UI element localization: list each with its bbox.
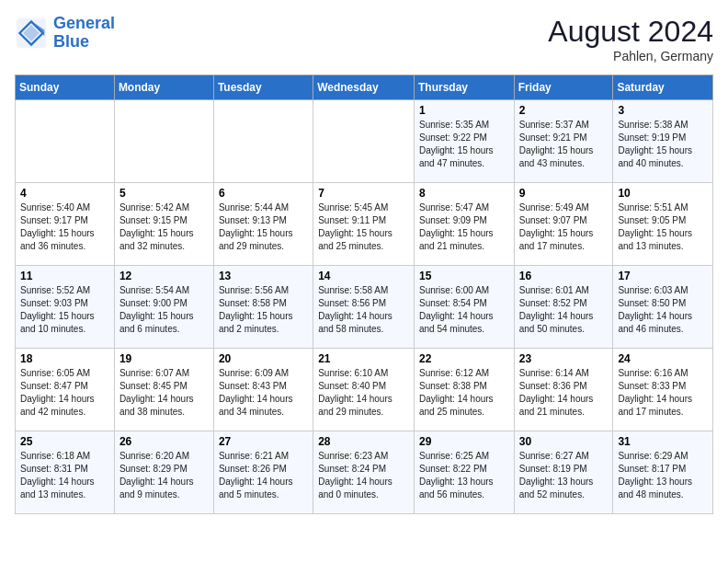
day-info: Sunrise: 6:05 AMSunset: 8:47 PMDaylight:… (20, 367, 109, 419)
day-info: Sunrise: 6:23 AMSunset: 8:24 PMDaylight:… (318, 450, 409, 501)
day-number: 26 (119, 435, 209, 448)
day-number: 19 (119, 352, 209, 365)
weekday-header-monday: Monday (114, 75, 213, 100)
calendar-week-5: 25Sunrise: 6:18 AMSunset: 8:31 PMDayligh… (16, 431, 713, 514)
calendar-cell: 12Sunrise: 5:54 AMSunset: 9:00 PMDayligh… (114, 266, 213, 349)
calendar-cell: 1Sunrise: 5:35 AMSunset: 9:22 PMDaylight… (414, 100, 514, 183)
calendar-cell (114, 100, 213, 183)
calendar-cell: 15Sunrise: 6:00 AMSunset: 8:54 PMDayligh… (414, 266, 514, 349)
day-info: Sunrise: 5:56 AMSunset: 8:58 PMDaylight:… (219, 284, 308, 336)
calendar-cell: 24Sunrise: 6:16 AMSunset: 8:33 PMDayligh… (613, 349, 713, 431)
day-info: Sunrise: 6:18 AMSunset: 8:31 PMDaylight:… (20, 450, 109, 501)
day-number: 31 (618, 435, 708, 448)
calendar-body: 1Sunrise: 5:35 AMSunset: 9:22 PMDaylight… (16, 100, 713, 514)
calendar-cell (16, 100, 115, 183)
day-number: 11 (20, 270, 109, 282)
day-info: Sunrise: 6:29 AMSunset: 8:17 PMDaylight:… (618, 450, 708, 501)
weekday-header-saturday: Saturday (613, 75, 713, 100)
calendar-cell: 30Sunrise: 6:27 AMSunset: 8:19 PMDayligh… (514, 431, 613, 514)
page-header: General Blue August 2024 Pahlen, Germany (15, 15, 713, 63)
day-info: Sunrise: 5:35 AMSunset: 9:22 PMDaylight:… (419, 119, 509, 170)
day-info: Sunrise: 5:40 AMSunset: 9:17 PMDaylight:… (20, 201, 109, 253)
calendar-cell: 13Sunrise: 5:56 AMSunset: 8:58 PMDayligh… (213, 266, 313, 349)
day-info: Sunrise: 6:03 AMSunset: 8:50 PMDaylight:… (618, 284, 708, 336)
day-info: Sunrise: 5:58 AMSunset: 8:56 PMDaylight:… (318, 284, 409, 336)
calendar-cell: 18Sunrise: 6:05 AMSunset: 8:47 PMDayligh… (16, 349, 115, 431)
weekday-header-thursday: Thursday (414, 75, 514, 100)
logo-text: General Blue (53, 15, 115, 52)
month-year: August 2024 (548, 15, 713, 49)
day-info: Sunrise: 5:51 AMSunset: 9:05 PMDaylight:… (618, 201, 708, 253)
calendar-week-1: 1Sunrise: 5:35 AMSunset: 9:22 PMDaylight… (16, 100, 713, 183)
day-number: 22 (419, 352, 509, 365)
day-number: 12 (119, 270, 209, 282)
day-number: 3 (618, 104, 708, 117)
calendar-cell (313, 100, 415, 183)
day-number: 8 (419, 187, 509, 200)
calendar-cell: 10Sunrise: 5:51 AMSunset: 9:05 PMDayligh… (613, 183, 713, 266)
day-number: 4 (20, 187, 109, 200)
calendar-cell: 2Sunrise: 5:37 AMSunset: 9:21 PMDaylight… (514, 100, 613, 183)
day-number: 27 (219, 435, 308, 448)
day-number: 16 (519, 270, 609, 282)
calendar-week-2: 4Sunrise: 5:40 AMSunset: 9:17 PMDaylight… (16, 183, 713, 266)
day-number: 2 (519, 104, 609, 117)
day-info: Sunrise: 6:20 AMSunset: 8:29 PMDaylight:… (119, 450, 209, 501)
day-number: 28 (318, 435, 409, 448)
day-info: Sunrise: 6:09 AMSunset: 8:43 PMDaylight:… (219, 367, 308, 419)
weekday-header-wednesday: Wednesday (313, 75, 415, 100)
day-info: Sunrise: 6:25 AMSunset: 8:22 PMDaylight:… (419, 450, 509, 501)
calendar-week-4: 18Sunrise: 6:05 AMSunset: 8:47 PMDayligh… (16, 349, 713, 431)
day-number: 1 (419, 104, 509, 117)
day-number: 30 (519, 435, 609, 448)
day-number: 9 (519, 187, 609, 200)
calendar-cell: 25Sunrise: 6:18 AMSunset: 8:31 PMDayligh… (16, 431, 115, 514)
calendar-cell: 21Sunrise: 6:10 AMSunset: 8:40 PMDayligh… (313, 349, 415, 431)
calendar-cell: 7Sunrise: 5:45 AMSunset: 9:11 PMDaylight… (313, 183, 415, 266)
calendar-cell: 4Sunrise: 5:40 AMSunset: 9:17 PMDaylight… (16, 183, 115, 266)
day-info: Sunrise: 5:47 AMSunset: 9:09 PMDaylight:… (419, 201, 509, 253)
day-number: 10 (618, 187, 708, 200)
day-info: Sunrise: 5:45 AMSunset: 9:11 PMDaylight:… (318, 201, 409, 253)
day-info: Sunrise: 6:00 AMSunset: 8:54 PMDaylight:… (419, 284, 509, 336)
calendar-cell: 11Sunrise: 5:52 AMSunset: 9:03 PMDayligh… (16, 266, 115, 349)
day-number: 24 (618, 352, 708, 365)
weekday-header-friday: Friday (514, 75, 613, 100)
day-info: Sunrise: 6:14 AMSunset: 8:36 PMDaylight:… (519, 367, 609, 419)
calendar-header: SundayMondayTuesdayWednesdayThursdayFrid… (16, 75, 713, 100)
day-info: Sunrise: 6:07 AMSunset: 8:45 PMDaylight:… (119, 367, 209, 419)
calendar-cell: 9Sunrise: 5:49 AMSunset: 9:07 PMDaylight… (514, 183, 613, 266)
calendar-cell: 29Sunrise: 6:25 AMSunset: 8:22 PMDayligh… (414, 431, 514, 514)
calendar-week-3: 11Sunrise: 5:52 AMSunset: 9:03 PMDayligh… (16, 266, 713, 349)
day-number: 18 (20, 352, 109, 365)
weekday-header-row: SundayMondayTuesdayWednesdayThursdayFrid… (16, 75, 713, 100)
day-number: 7 (318, 187, 409, 200)
weekday-header-sunday: Sunday (16, 75, 115, 100)
day-info: Sunrise: 5:38 AMSunset: 9:19 PMDaylight:… (618, 119, 708, 170)
day-number: 14 (318, 270, 409, 282)
calendar-table: SundayMondayTuesdayWednesdayThursdayFrid… (15, 75, 713, 514)
weekday-header-tuesday: Tuesday (213, 75, 313, 100)
day-info: Sunrise: 6:21 AMSunset: 8:26 PMDaylight:… (219, 450, 308, 501)
calendar-cell (213, 100, 313, 183)
day-number: 5 (119, 187, 209, 200)
calendar-cell: 14Sunrise: 5:58 AMSunset: 8:56 PMDayligh… (313, 266, 415, 349)
calendar-cell: 22Sunrise: 6:12 AMSunset: 8:38 PMDayligh… (414, 349, 514, 431)
day-number: 6 (219, 187, 308, 200)
calendar-cell: 23Sunrise: 6:14 AMSunset: 8:36 PMDayligh… (514, 349, 613, 431)
day-number: 25 (20, 435, 109, 448)
day-number: 21 (318, 352, 409, 365)
day-info: Sunrise: 5:42 AMSunset: 9:15 PMDaylight:… (119, 201, 209, 253)
day-info: Sunrise: 6:27 AMSunset: 8:19 PMDaylight:… (519, 450, 609, 501)
logo-icon (15, 17, 48, 50)
calendar-cell: 27Sunrise: 6:21 AMSunset: 8:26 PMDayligh… (213, 431, 313, 514)
calendar-cell: 3Sunrise: 5:38 AMSunset: 9:19 PMDaylight… (613, 100, 713, 183)
calendar-cell: 17Sunrise: 6:03 AMSunset: 8:50 PMDayligh… (613, 266, 713, 349)
day-number: 20 (219, 352, 308, 365)
day-info: Sunrise: 5:49 AMSunset: 9:07 PMDaylight:… (519, 201, 609, 253)
calendar-cell: 28Sunrise: 6:23 AMSunset: 8:24 PMDayligh… (313, 431, 415, 514)
day-info: Sunrise: 6:10 AMSunset: 8:40 PMDaylight:… (318, 367, 409, 419)
day-number: 23 (519, 352, 609, 365)
calendar-cell: 20Sunrise: 6:09 AMSunset: 8:43 PMDayligh… (213, 349, 313, 431)
title-block: August 2024 Pahlen, Germany (548, 15, 713, 63)
